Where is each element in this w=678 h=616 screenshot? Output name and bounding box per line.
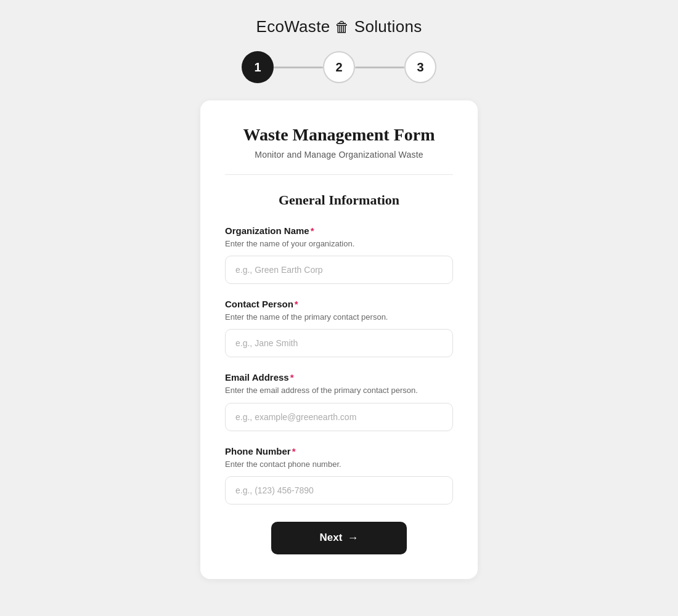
phone-number-group: Phone Number* Enter the contact phone nu… (225, 446, 453, 505)
email-address-input[interactable] (225, 403, 453, 431)
phone-number-input[interactable] (225, 476, 453, 505)
email-address-description: Enter the email address of the primary c… (225, 385, 453, 396)
next-arrow-icon: → (347, 532, 358, 545)
form-card: Waste Management Form Monitor and Manage… (200, 100, 478, 579)
app-header: EcoWaste 🗑 Solutions (256, 17, 422, 36)
org-name-group: Organization Name* Enter the name of you… (225, 225, 453, 284)
contact-person-label: Contact Person* (225, 299, 453, 309)
form-subtitle: Monitor and Manage Organizational Waste (225, 150, 453, 160)
email-address-label: Email Address* (225, 372, 453, 383)
trash-icon: 🗑 (335, 18, 349, 36)
step-line-2-3 (355, 67, 404, 68)
step-2[interactable]: 2 (323, 51, 355, 83)
step-line-1-2 (274, 67, 323, 68)
org-name-label: Organization Name* (225, 225, 453, 236)
contact-person-description: Enter the name of the primary contact pe… (225, 312, 453, 323)
phone-number-description: Enter the contact phone number. (225, 459, 453, 470)
email-address-required: * (290, 372, 294, 383)
contact-person-input[interactable] (225, 329, 453, 357)
email-address-group: Email Address* Enter the email address o… (225, 372, 453, 431)
org-name-description: Enter the name of your organization. (225, 238, 453, 249)
section-title: General Information (225, 192, 453, 208)
contact-person-required: * (295, 299, 298, 309)
step-3[interactable]: 3 (404, 51, 436, 83)
contact-person-group: Contact Person* Enter the name of the pr… (225, 299, 453, 357)
org-name-required: * (311, 225, 314, 236)
form-title: Waste Management Form (225, 125, 453, 145)
phone-number-required: * (292, 446, 296, 456)
step-1[interactable]: 1 (242, 51, 274, 83)
next-button[interactable]: Next → (271, 522, 407, 554)
form-header: Waste Management Form Monitor and Manage… (225, 125, 453, 175)
next-button-label: Next (320, 532, 343, 544)
phone-number-label: Phone Number* (225, 446, 453, 456)
brand-prefix: EcoWaste (256, 17, 330, 36)
brand-suffix: Solutions (354, 17, 422, 36)
org-name-input[interactable] (225, 256, 453, 284)
stepper: 1 2 3 (242, 51, 436, 83)
